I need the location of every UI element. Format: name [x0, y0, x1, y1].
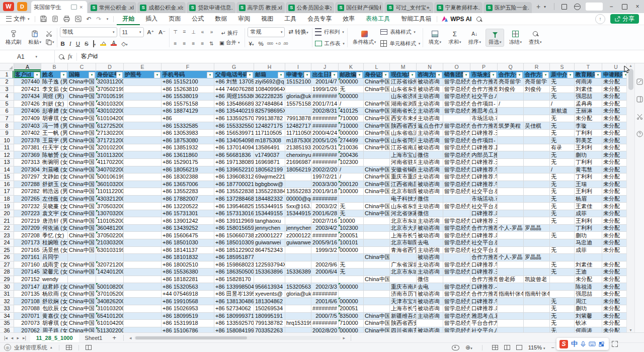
cell[interactable]: 无 — [339, 210, 364, 218]
cell[interactable]: 207403 — [14, 122, 41, 130]
cell[interactable]: China中国 — [68, 239, 96, 247]
cell[interactable]: 未分配 — [602, 181, 626, 189]
menu-tab-表格工具[interactable]: 表格工具 — [360, 13, 395, 25]
cell[interactable]: / — [339, 166, 364, 174]
cell[interactable]: 王素佳 — [575, 203, 602, 210]
cell[interactable]: +86 15828170 — [214, 276, 254, 284]
cell[interactable]: 郭美芝 — [575, 137, 602, 144]
cell[interactable]: 207406 — [14, 108, 41, 115]
share-button[interactable]: 分享 — [610, 14, 639, 24]
cell[interactable]: 山东省东营 — [390, 86, 417, 94]
system-menu-label[interactable]: 业财管理系统 — [14, 344, 47, 351]
cell[interactable]: China中国 — [68, 159, 96, 166]
cell[interactable]: 未分配 — [575, 115, 602, 123]
cell[interactable]: +86 18302388 — [162, 173, 214, 181]
cell[interactable]: 社交平台.微 — [470, 203, 498, 210]
column-header-F[interactable]: F — [162, 63, 214, 70]
cell[interactable]: 310113200211152925 — [96, 151, 124, 159]
cell[interactable]: ######## — [311, 159, 339, 166]
cell[interactable]: China中国 — [68, 196, 96, 203]
menu-tab-智能工具箱[interactable]: 智能工具箱 — [395, 13, 437, 25]
cell[interactable] — [443, 210, 470, 218]
cell[interactable] — [364, 291, 390, 298]
cell[interactable]: bgbgbow@ — [254, 181, 285, 189]
cell[interactable]: China中国 — [68, 210, 96, 218]
italic-button[interactable]: I — [68, 41, 72, 47]
cell[interactable]: 207369 — [14, 151, 41, 159]
align-center-icon[interactable]: ≡ — [181, 41, 188, 46]
header-cell[interactable]: 手机号码▾ — [162, 71, 214, 78]
cell[interactable]: 207440 — [14, 78, 41, 86]
cell[interactable]: 留学总经办 — [443, 225, 470, 232]
row-number[interactable]: 21 — [0, 217, 14, 225]
cell[interactable] — [96, 276, 124, 284]
cell[interactable]: +86 1851229020 — [214, 247, 254, 254]
cell[interactable]: +86 15731301 — [162, 210, 214, 218]
cell[interactable]: 500106199702210321 — [96, 173, 124, 181]
cell[interactable]: China中国 — [68, 188, 96, 196]
cell[interactable]: 上海市宝山 — [390, 151, 417, 159]
cell[interactable] — [68, 254, 96, 261]
cell[interactable]: 207165 — [14, 247, 41, 254]
cell[interactable]: 天津市宝坻 — [390, 298, 417, 305]
cell[interactable]: / — [550, 166, 575, 174]
menu-tab-审阅[interactable]: 审阅 — [232, 13, 256, 25]
cell[interactable]: hrq153199 — [285, 320, 311, 327]
cell[interactable]: 主动咨询 — [417, 313, 443, 320]
cell[interactable]: 主动咨询 — [417, 93, 443, 101]
conditional-format-button[interactable]: 条件格式▾ — [350, 29, 379, 46]
cell[interactable]: 湖南省长沙 — [390, 108, 417, 115]
cell[interactable] — [498, 173, 524, 181]
cell[interactable]: ######## — [311, 93, 339, 101]
cell[interactable]: 留学总经办 — [443, 203, 470, 210]
cell[interactable]: 被动咨询 — [417, 327, 443, 332]
cell[interactable]: 216969871 — [285, 159, 311, 166]
cell[interactable]: +86 15332585 — [162, 122, 214, 130]
cell[interactable] — [498, 210, 524, 218]
rows-columns-button[interactable]: 行和列▾ — [315, 27, 345, 37]
cell[interactable] — [498, 130, 524, 137]
cell[interactable]: 口碑推荐.无 — [470, 217, 498, 225]
cell[interactable]: 2002/8/20 — [311, 327, 339, 332]
cell[interactable]: 825798695XXX@163.c — [254, 108, 285, 115]
cell[interactable]: China中国 — [364, 327, 390, 332]
cell[interactable]: 蒯玏 — [575, 151, 602, 159]
cell[interactable]: +86 18874129 — [162, 108, 214, 115]
cell[interactable] — [285, 108, 311, 115]
cell[interactable]: 刘晨曦 (女 — [41, 166, 68, 174]
cell[interactable]: 留学总经办 — [443, 327, 470, 332]
cell[interactable]: 陈敏赟 (女 — [41, 151, 68, 159]
cell[interactable]: 季忆 (女) — [41, 232, 68, 239]
cell[interactable]: 留学总经办 — [443, 188, 470, 196]
cell[interactable]: 2003/4/2 — [311, 225, 339, 232]
cell[interactable]: 155344915 — [254, 203, 285, 210]
cell[interactable] — [311, 254, 339, 261]
cell[interactable] — [364, 261, 390, 269]
cell[interactable]: +86 19910568 — [162, 298, 214, 305]
cell[interactable]: ######## — [311, 305, 339, 313]
cell[interactable] — [524, 173, 550, 181]
cell[interactable]: 主动咨询 — [417, 217, 443, 225]
cell[interactable] — [124, 232, 162, 239]
cell[interactable] — [364, 159, 390, 166]
cell[interactable]: 山东省济南 — [390, 93, 417, 101]
cell[interactable]: +86 1340540988 — [214, 137, 254, 144]
cell[interactable]: 207160 — [14, 261, 41, 269]
cell[interactable]: z20001227 — [285, 232, 311, 239]
ime-toolbox-icon[interactable] — [599, 341, 604, 347]
font-size-select[interactable]: 11▾ — [120, 27, 144, 37]
cell[interactable]: 无 — [550, 261, 575, 269]
cell[interactable]: 2003/2/2 — [311, 203, 339, 210]
menu-tab-会员专享[interactable]: 会员专享 — [302, 13, 337, 25]
column-header-L[interactable]: L — [364, 63, 390, 70]
row-number[interactable]: 6 — [0, 108, 14, 115]
cell[interactable] — [575, 254, 602, 261]
cell[interactable]: 口碑推荐.学 — [470, 166, 498, 174]
column-header-N[interactable]: N — [417, 63, 443, 70]
row-number[interactable]: 7 — [0, 115, 14, 123]
find-button[interactable]: 查找▾ — [526, 29, 544, 46]
cell[interactable]: 无 — [550, 173, 575, 181]
cell[interactable]: 未分配 — [602, 283, 626, 291]
cell[interactable]: 王利利 — [575, 217, 602, 225]
row-number[interactable]: 9 — [0, 130, 14, 137]
